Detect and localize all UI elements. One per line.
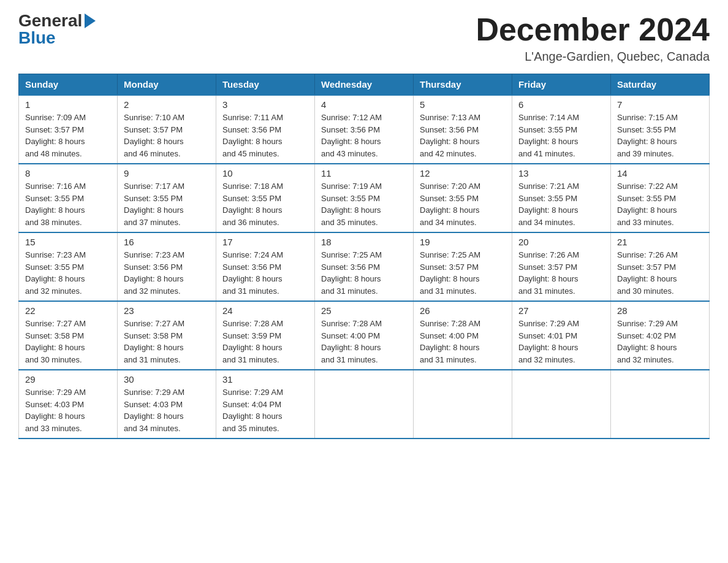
day-number: 20: [518, 237, 604, 247]
logo-blue: Blue: [18, 29, 56, 47]
calendar-cell: 31 Sunrise: 7:29 AM Sunset: 4:04 PM Dayl…: [216, 370, 315, 439]
calendar-cell: 10 Sunrise: 7:18 AM Sunset: 3:55 PM Dayl…: [216, 164, 315, 232]
day-info: Sunrise: 7:18 AM Sunset: 3:55 PM Dayligh…: [222, 180, 308, 228]
calendar-cell: [414, 370, 512, 439]
day-number: 14: [617, 168, 703, 178]
calendar-week-1: 1 Sunrise: 7:09 AM Sunset: 3:57 PM Dayli…: [19, 95, 710, 164]
month-title: December 2024: [476, 12, 710, 47]
calendar-cell: 3 Sunrise: 7:11 AM Sunset: 3:56 PM Dayli…: [216, 95, 315, 164]
calendar-header-row: SundayMondayTuesdayWednesdayThursdayFrid…: [19, 74, 710, 96]
day-info: Sunrise: 7:26 AM Sunset: 3:57 PM Dayligh…: [617, 249, 703, 297]
day-number: 7: [617, 99, 703, 110]
day-info: Sunrise: 7:14 AM Sunset: 3:55 PM Dayligh…: [518, 112, 604, 159]
calendar-cell: 13 Sunrise: 7:21 AM Sunset: 3:55 PM Dayl…: [512, 164, 611, 232]
day-info: Sunrise: 7:28 AM Sunset: 4:00 PM Dayligh…: [321, 318, 407, 366]
calendar-cell: 2 Sunrise: 7:10 AM Sunset: 3:57 PM Dayli…: [118, 95, 216, 164]
calendar-cell: 8 Sunrise: 7:16 AM Sunset: 3:55 PM Dayli…: [19, 164, 118, 232]
calendar-cell: 12 Sunrise: 7:20 AM Sunset: 3:55 PM Dayl…: [414, 164, 512, 232]
day-number: 19: [420, 237, 506, 247]
calendar-cell: 7 Sunrise: 7:15 AM Sunset: 3:55 PM Dayli…: [611, 95, 710, 164]
day-info: Sunrise: 7:29 AM Sunset: 4:04 PM Dayligh…: [222, 386, 308, 434]
calendar-cell: [512, 370, 611, 439]
calendar-header-thursday: Thursday: [414, 74, 512, 96]
calendar-week-5: 29 Sunrise: 7:29 AM Sunset: 4:03 PM Dayl…: [19, 370, 710, 439]
calendar-cell: 20 Sunrise: 7:26 AM Sunset: 3:57 PM Dayl…: [512, 232, 611, 301]
day-info: Sunrise: 7:21 AM Sunset: 3:55 PM Dayligh…: [518, 180, 604, 228]
day-number: 17: [222, 237, 308, 247]
calendar-cell: 19 Sunrise: 7:25 AM Sunset: 3:57 PM Dayl…: [414, 232, 512, 301]
day-number: 8: [25, 168, 111, 178]
day-info: Sunrise: 7:12 AM Sunset: 3:56 PM Dayligh…: [321, 112, 407, 159]
calendar-week-3: 15 Sunrise: 7:23 AM Sunset: 3:55 PM Dayl…: [19, 232, 710, 301]
day-number: 21: [617, 237, 703, 247]
calendar-cell: 5 Sunrise: 7:13 AM Sunset: 3:56 PM Dayli…: [414, 95, 512, 164]
calendar-cell: 22 Sunrise: 7:27 AM Sunset: 3:58 PM Dayl…: [19, 301, 118, 370]
day-number: 31: [222, 374, 308, 385]
day-number: 27: [518, 305, 604, 316]
day-number: 25: [321, 305, 407, 316]
day-number: 11: [321, 168, 407, 178]
calendar-cell: 18 Sunrise: 7:25 AM Sunset: 3:56 PM Dayl…: [315, 232, 414, 301]
day-number: 6: [518, 99, 604, 110]
day-number: 12: [420, 168, 506, 178]
day-info: Sunrise: 7:23 AM Sunset: 3:56 PM Dayligh…: [124, 249, 210, 297]
calendar-cell: 28 Sunrise: 7:29 AM Sunset: 4:02 PM Dayl…: [611, 301, 710, 370]
calendar-header-sunday: Sunday: [19, 74, 118, 96]
calendar-cell: 17 Sunrise: 7:24 AM Sunset: 3:56 PM Dayl…: [216, 232, 315, 301]
day-info: Sunrise: 7:25 AM Sunset: 3:56 PM Dayligh…: [321, 249, 407, 297]
day-info: Sunrise: 7:29 AM Sunset: 4:02 PM Dayligh…: [617, 318, 703, 366]
day-info: Sunrise: 7:15 AM Sunset: 3:55 PM Dayligh…: [617, 112, 703, 159]
day-info: Sunrise: 7:24 AM Sunset: 3:56 PM Dayligh…: [222, 249, 308, 297]
calendar-cell: 24 Sunrise: 7:28 AM Sunset: 3:59 PM Dayl…: [216, 301, 315, 370]
day-number: 26: [420, 305, 506, 316]
page-header: General Blue December 2024 L'Ange-Gardie…: [18, 12, 710, 64]
day-info: Sunrise: 7:29 AM Sunset: 4:03 PM Dayligh…: [124, 386, 210, 434]
day-number: 30: [124, 374, 210, 385]
day-info: Sunrise: 7:27 AM Sunset: 3:58 PM Dayligh…: [124, 318, 210, 366]
calendar-cell: 9 Sunrise: 7:17 AM Sunset: 3:55 PM Dayli…: [118, 164, 216, 232]
logo-arrow-icon: [85, 13, 96, 28]
calendar-table: SundayMondayTuesdayWednesdayThursdayFrid…: [18, 74, 710, 439]
calendar-cell: 4 Sunrise: 7:12 AM Sunset: 3:56 PM Dayli…: [315, 95, 414, 164]
day-number: 16: [124, 237, 210, 247]
location: L'Ange-Gardien, Quebec, Canada: [476, 50, 710, 64]
day-info: Sunrise: 7:19 AM Sunset: 3:55 PM Dayligh…: [321, 180, 407, 228]
day-number: 23: [124, 305, 210, 316]
calendar-header-friday: Friday: [512, 74, 611, 96]
day-info: Sunrise: 7:20 AM Sunset: 3:55 PM Dayligh…: [420, 180, 506, 228]
day-info: Sunrise: 7:26 AM Sunset: 3:57 PM Dayligh…: [518, 249, 604, 297]
calendar-cell: 15 Sunrise: 7:23 AM Sunset: 3:55 PM Dayl…: [19, 232, 118, 301]
day-info: Sunrise: 7:09 AM Sunset: 3:57 PM Dayligh…: [25, 112, 111, 159]
day-number: 18: [321, 237, 407, 247]
calendar-cell: 16 Sunrise: 7:23 AM Sunset: 3:56 PM Dayl…: [118, 232, 216, 301]
day-info: Sunrise: 7:17 AM Sunset: 3:55 PM Dayligh…: [124, 180, 210, 228]
title-section: December 2024 L'Ange-Gardien, Quebec, Ca…: [476, 12, 710, 64]
day-info: Sunrise: 7:13 AM Sunset: 3:56 PM Dayligh…: [420, 112, 506, 159]
day-number: 4: [321, 99, 407, 110]
day-number: 9: [124, 168, 210, 178]
day-number: 22: [25, 305, 111, 316]
calendar-cell: 29 Sunrise: 7:29 AM Sunset: 4:03 PM Dayl…: [19, 370, 118, 439]
day-number: 15: [25, 237, 111, 247]
calendar-cell: 21 Sunrise: 7:26 AM Sunset: 3:57 PM Dayl…: [611, 232, 710, 301]
day-info: Sunrise: 7:25 AM Sunset: 3:57 PM Dayligh…: [420, 249, 506, 297]
logo-general: General: [18, 12, 82, 29]
calendar-cell: 14 Sunrise: 7:22 AM Sunset: 3:55 PM Dayl…: [611, 164, 710, 232]
day-info: Sunrise: 7:28 AM Sunset: 4:00 PM Dayligh…: [420, 318, 506, 366]
calendar-cell: 30 Sunrise: 7:29 AM Sunset: 4:03 PM Dayl…: [118, 370, 216, 439]
calendar-week-4: 22 Sunrise: 7:27 AM Sunset: 3:58 PM Dayl…: [19, 301, 710, 370]
day-number: 1: [25, 99, 111, 110]
calendar-cell: 26 Sunrise: 7:28 AM Sunset: 4:00 PM Dayl…: [414, 301, 512, 370]
calendar-cell: [315, 370, 414, 439]
day-number: 3: [222, 99, 308, 110]
day-info: Sunrise: 7:11 AM Sunset: 3:56 PM Dayligh…: [222, 112, 308, 159]
day-number: 2: [124, 99, 210, 110]
day-number: 28: [617, 305, 703, 316]
calendar-header-wednesday: Wednesday: [315, 74, 414, 96]
day-number: 10: [222, 168, 308, 178]
day-number: 5: [420, 99, 506, 110]
day-number: 24: [222, 305, 308, 316]
calendar-header-saturday: Saturday: [611, 74, 710, 96]
day-info: Sunrise: 7:28 AM Sunset: 3:59 PM Dayligh…: [222, 318, 308, 366]
calendar-cell: 11 Sunrise: 7:19 AM Sunset: 3:55 PM Dayl…: [315, 164, 414, 232]
